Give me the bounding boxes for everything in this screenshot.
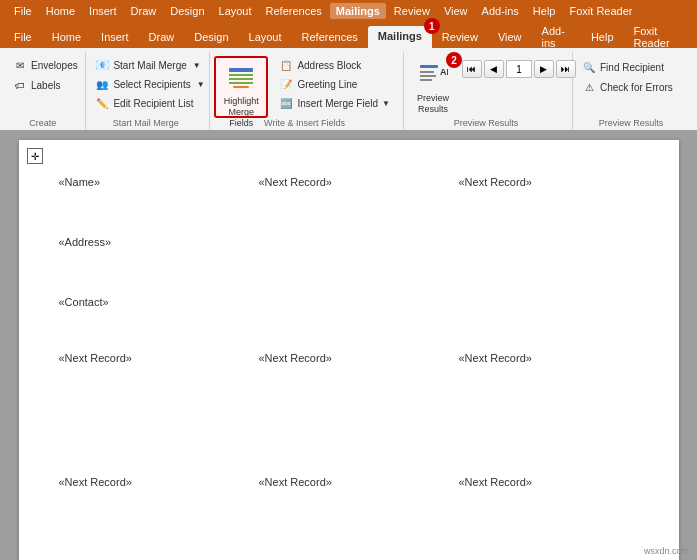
greeting-line-button[interactable]: 📝 Greeting Line [274,75,395,93]
svg-rect-8 [420,75,436,77]
highlight-icon [225,62,257,94]
cell-next-1: «Next Record» [249,168,449,228]
cell-empty-6 [249,408,449,468]
field-next-row2-1: «Next Record» [59,352,239,364]
start-merge-group-label: Start Mail Merge [90,118,201,130]
select-recipients-button[interactable]: 👥 Select Recipients ▼ [90,75,209,93]
cell-next-row3-3: «Next Record» [449,468,649,528]
preview-results-group-label: Preview Results [408,118,564,130]
svg-rect-7 [420,71,434,73]
group-write-insert: HighlightMerge Fields 📋 Address Block 📝 … [210,52,404,130]
record-number-input[interactable] [506,60,532,78]
tab-draw[interactable]: Draw [139,26,185,48]
cell-contact: «Contact» [49,288,249,348]
cell-next-row2-3: «Next Record» [449,348,649,408]
svg-rect-2 [229,78,253,80]
tab-mailings[interactable]: Mailings 1 [368,26,432,48]
group-preview-results: ABC PreviewResults 2 ⏮ ◀ ▶ [404,52,573,130]
tab-design[interactable]: Design [184,26,238,48]
edit-recipient-list-button[interactable]: ✏️ Edit Recipient List [90,94,198,112]
insert-merge-field-label: Insert Merge Field [297,98,378,109]
menu-help[interactable]: Help [527,3,562,19]
field-name: «Name» [59,176,239,188]
ribbon-tabs: File Home Insert Draw Design Layout Refe… [0,22,697,48]
address-block-button[interactable]: 📋 Address Block [274,56,395,74]
tab-file[interactable]: File [4,26,42,48]
menu-layout[interactable]: Layout [213,3,258,19]
menu-draw[interactable]: Draw [125,3,163,19]
labels-button[interactable]: 🏷 Labels [8,76,65,94]
tab-addins[interactable]: Add-ins [532,26,581,48]
find-recipient-button[interactable]: 🔍 Find Recipient [577,58,669,76]
menu-review[interactable]: Review [388,3,436,19]
svg-rect-9 [420,79,432,81]
move-handle[interactable]: ✛ [27,148,43,164]
svg-rect-1 [229,74,253,76]
prev-record-button[interactable]: ◀ [484,60,504,78]
field-next-row3-3: «Next Record» [459,476,639,488]
tab-insert[interactable]: Insert [91,26,139,48]
start-mail-merge-label: Start Mail Merge [113,60,186,71]
menu-home[interactable]: Home [40,3,81,19]
cell-next-row3-2: «Next Record» [249,468,449,528]
menu-file[interactable]: File [8,3,38,19]
edit-icon: ✏️ [95,96,109,110]
dropdown-arrow3: ▼ [382,99,390,108]
first-record-button[interactable]: ⏮ [462,60,482,78]
group-create: ✉ Envelopes 🏷 Labels Create [4,52,86,130]
envelope-icon: ✉ [13,58,27,72]
cell-next-row3-1: «Next Record» [49,468,249,528]
cell-empty-7 [449,408,649,468]
insert-merge-field-button[interactable]: 🔤 Insert Merge Field ▼ [274,94,395,112]
svg-rect-0 [229,68,253,72]
field-next-row3-2: «Next Record» [259,476,439,488]
start-mail-merge-button[interactable]: 📧 Start Mail Merge ▼ [90,56,205,74]
cell-empty-3 [249,288,449,348]
cell-name: «Name» [49,168,249,228]
highlight-label: HighlightMerge Fields [222,96,260,128]
tab-home[interactable]: Home [42,26,91,48]
greeting-icon: 📝 [279,77,293,91]
mailings-tab-badge: 1 [424,18,440,34]
mail-merge-icon: 📧 [95,58,109,72]
menu-mailings[interactable]: Mailings [330,3,386,19]
field-next-row2-2: «Next Record» [259,352,439,364]
menu-addins[interactable]: Add-ins [476,3,525,19]
cell-empty-10 [449,528,649,560]
menu-design[interactable]: Design [164,3,210,19]
cell-next-row2-1: «Next Record» [49,348,249,408]
edit-recipient-label: Edit Recipient List [113,98,193,109]
envelopes-button[interactable]: ✉ Envelopes [8,56,83,74]
create-group-label: Create [8,118,77,130]
svg-rect-3 [229,82,253,84]
svg-rect-4 [233,86,249,88]
tab-review[interactable]: Review [432,26,488,48]
tab-references[interactable]: References [292,26,368,48]
next-record-button[interactable]: ▶ [534,60,554,78]
svg-text:ABC: ABC [440,67,448,77]
field-next-1: «Next Record» [259,176,439,188]
menu-references[interactable]: References [260,3,328,19]
watermark: wsxdn.com [644,546,689,556]
highlight-merge-fields-button[interactable]: HighlightMerge Fields [214,56,268,118]
preview-results-label: PreviewResults [417,93,449,115]
check-icon: ⚠ [582,80,596,94]
menu-view[interactable]: View [438,3,474,19]
tab-foxit[interactable]: Foxit Reader [624,26,694,48]
menu-insert[interactable]: Insert [83,3,123,19]
find-icon: 🔍 [582,60,596,74]
group-finish: 🔍 Find Recipient ⚠ Check for Errors Prev… [573,52,693,130]
cell-empty-5 [49,408,249,468]
tab-help[interactable]: Help [581,26,624,48]
select-recipients-label: Select Recipients [113,79,190,90]
envelopes-label: Envelopes [31,60,78,71]
tab-view[interactable]: View [488,26,532,48]
dropdown-arrow2: ▼ [197,80,205,89]
check-for-errors-button[interactable]: ⚠ Check for Errors [577,78,678,96]
menu-foxit[interactable]: Foxit Reader [563,3,638,19]
merge-field-icon: 🔤 [279,96,293,110]
finish-group-label: Preview Results [577,118,685,130]
tab-layout[interactable]: Layout [239,26,292,48]
label-icon: 🏷 [13,78,27,92]
field-address: «Address» [59,236,239,248]
